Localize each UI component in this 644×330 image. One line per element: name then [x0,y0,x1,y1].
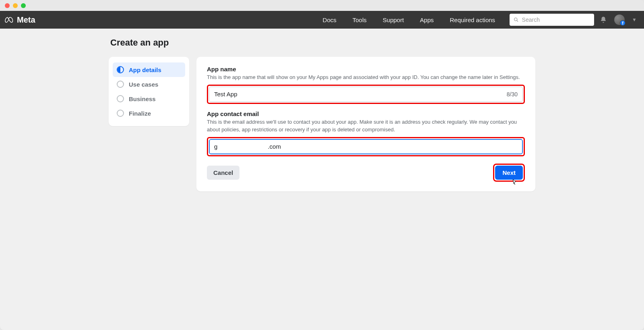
chevron-down-icon[interactable]: ▼ [632,17,637,23]
steps-sidebar: App details Use cases Business Finalize [109,57,189,126]
window-traffic-lights[interactable] [5,3,26,8]
app-email-input[interactable] [214,143,518,150]
app-name-char-count: 8/30 [507,91,518,98]
app-name-input[interactable] [214,91,504,98]
nav-tools[interactable]: Tools [353,17,367,23]
search-icon [514,17,518,23]
form-card: App name This is the app name that will … [196,57,535,191]
step-app-details[interactable]: App details [113,62,185,77]
app-name-label: App name [207,66,525,73]
nav-links: Docs Tools Support Apps Required actions [323,17,495,23]
step-finalize[interactable]: Finalize [113,106,185,120]
svg-point-0 [514,18,517,21]
field-app-name: App name This is the app name that will … [207,66,525,104]
nav-docs[interactable]: Docs [323,17,336,23]
notifications-icon[interactable] [600,16,607,23]
app-name-desc: This is the app name that will show on y… [207,74,525,81]
step-label: App details [129,66,161,73]
window-minimize-icon[interactable] [13,3,18,8]
page-title: Create an app [110,37,535,48]
avatar[interactable]: f [614,15,625,25]
field-app-email: App contact email This is the email addr… [207,110,525,156]
app-name-highlight: 8/30 [207,85,525,104]
step-label: Finalize [129,110,151,117]
nav-support[interactable]: Support [383,17,404,23]
search-box[interactable] [510,14,594,26]
step-circle-icon [117,95,124,102]
nav-required-actions[interactable]: Required actions [450,17,495,23]
app-email-highlight [207,137,525,156]
meta-logo[interactable]: Meta [5,15,35,25]
app-email-desc: This is the email address we'll use to c… [207,118,525,134]
step-label: Business [129,95,156,102]
step-use-cases[interactable]: Use cases [113,77,185,91]
svg-line-1 [517,21,518,22]
nav-apps[interactable]: Apps [420,17,433,23]
search-input[interactable] [522,17,590,23]
top-nav: Meta Docs Tools Support Apps Required ac… [0,11,644,29]
cursor-icon [511,179,518,186]
window-zoom-icon[interactable] [21,3,26,8]
step-circle-icon [117,81,124,88]
app-email-label: App contact email [207,110,525,117]
step-circle-icon [117,66,124,73]
next-button[interactable]: Next [495,166,523,180]
brand-name: Meta [17,15,35,25]
window-close-icon[interactable] [5,3,10,8]
step-business[interactable]: Business [113,91,185,106]
facebook-badge-icon: f [620,20,625,26]
page-body: Create an app App details Use cases Busi… [0,29,644,330]
step-circle-icon [117,110,124,117]
step-label: Use cases [129,81,158,88]
meta-logo-icon [5,15,14,25]
cancel-button[interactable]: Cancel [207,166,239,180]
next-button-highlight: Next [493,164,525,182]
